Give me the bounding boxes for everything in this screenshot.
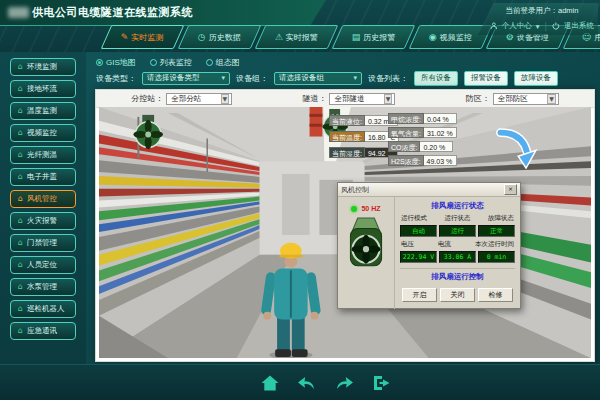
back-icon[interactable]	[297, 374, 317, 392]
tab-realtime-alarm[interactable]: ⚠实时报警	[255, 25, 339, 49]
power-icon	[552, 22, 560, 30]
fan-stop-button[interactable]: 关闭	[440, 288, 475, 302]
home-icon: ⌂	[18, 327, 23, 335]
dropdown-caret-icon: ▼	[547, 94, 556, 104]
home-icon: ⌂	[18, 283, 23, 291]
sidebar-item-ground-current[interactable]: ⌂接地环流	[10, 80, 76, 98]
sidebar-item-inspection-robot[interactable]: ⌂巡检机器人	[10, 300, 76, 318]
tab-video-monitor[interactable]: ◉视频监控	[409, 25, 493, 49]
home-icon: ⌂	[18, 107, 23, 115]
run-mode-display: 自动	[400, 225, 437, 237]
current-display: 33.06 A	[439, 251, 476, 263]
methane-metric: 甲烷浓度:0.04 %	[388, 113, 457, 124]
page-title: 供电公司电缆隧道在线监测系统	[32, 5, 193, 20]
fan-start-button[interactable]: 开启	[402, 288, 437, 302]
dropdown-caret-icon: ▼	[221, 94, 230, 104]
sidebar-item-temperature[interactable]: ⌂温度监测	[10, 102, 76, 120]
header: 供电公司电缆隧道在线监测系统 ✎实时监测 ◷历史数据 ⚠实时报警 ▤历史报警 ◉…	[0, 0, 600, 52]
radio-gis-map[interactable]: GIS地图	[96, 57, 136, 68]
voltage-display: 222.94 V	[400, 251, 437, 263]
fan-graphic-pane: 50 HZ	[338, 197, 395, 309]
sidebar-item-fiber-temp[interactable]: ⌂光纤测温	[10, 146, 76, 164]
device-type-select[interactable]: 请选择设备类型▾	[142, 72, 230, 85]
device-group-select[interactable]: 请选择设备组▾	[274, 72, 362, 85]
radio-dot	[96, 59, 103, 66]
divider	[400, 268, 515, 269]
dropdown-caret-icon: ▼	[384, 94, 393, 104]
home-icon: ⌂	[18, 63, 23, 71]
home-icon: ⌂	[18, 85, 23, 93]
run-state-label: 运行状态	[445, 214, 471, 223]
tab-realtime-monitor[interactable]: ✎实时监测	[101, 25, 185, 49]
all-devices-button[interactable]: 所有设备	[414, 71, 458, 86]
fan-maintain-button[interactable]: 检修	[478, 288, 513, 302]
station-filter-row: 分控站： 全部分站▼ 隧道： 全部隧道▼ 防区： 全部防区▼	[96, 90, 594, 108]
tab-label: 历史报警	[363, 32, 395, 43]
env-metrics-right: 甲烷浓度:0.04 % 氧气含量:31.02 % CO浓度:0.20 % H2S…	[388, 113, 457, 166]
home-icon: ⌂	[18, 217, 23, 225]
tab-history-alarm[interactable]: ▤历史报警	[332, 25, 416, 49]
runtime-label: 本次运行时间	[475, 240, 514, 249]
h2s-metric: H2S浓度:49.03 %	[388, 155, 457, 166]
close-icon[interactable]: ×	[504, 184, 517, 195]
fault-devices-button[interactable]: 故障设备	[514, 71, 558, 86]
radio-scada-view[interactable]: 组态图	[206, 57, 240, 68]
chevron-down-icon: ▾	[221, 74, 225, 82]
sidebar-item-video[interactable]: ⌂视频监控	[10, 124, 76, 142]
run-mode-label: 运行模式	[401, 214, 427, 223]
alarm-log-icon: ▤	[352, 33, 361, 42]
home-icon: ⌂	[18, 173, 23, 181]
title-banner: 供电公司电缆隧道在线监测系统	[0, 0, 326, 26]
home-icon: ⌂	[18, 305, 23, 313]
alarm-devices-button[interactable]: 报警设备	[464, 71, 508, 86]
home-icon: ⌂	[18, 195, 23, 203]
fan-running-indicator	[351, 206, 357, 212]
history-icon: ◷	[198, 33, 206, 42]
fan-status-header: 排风扇运行状态	[400, 201, 515, 211]
fan-icon	[345, 216, 387, 272]
home-icon[interactable]	[260, 374, 280, 392]
tab-history-data[interactable]: ◷历史数据	[178, 25, 262, 49]
device-group-label: 设备组：	[236, 73, 268, 84]
oxygen-metric: 氧气含量:31.02 %	[388, 127, 457, 138]
logout-link[interactable]: 退出系统	[564, 21, 594, 31]
forward-icon[interactable]	[334, 374, 354, 392]
sidebar-item-fan-control[interactable]: ⌂风机管控	[10, 190, 76, 208]
tab-label: 实时报警	[286, 32, 318, 43]
fan-control-dialog: 风机控制 × 50 HZ	[337, 182, 521, 309]
user-box: 当前登录用户：admin 个人中心 ▾ │ 退出系统	[478, 3, 598, 35]
home-icon: ⌂	[18, 151, 23, 159]
tunnel-select[interactable]: 全部隧道▼	[329, 93, 395, 105]
radio-dot	[150, 59, 157, 66]
device-list-label: 设备列表：	[368, 73, 408, 84]
sidebar-item-manhole-cover[interactable]: ⌂电子井盖	[10, 168, 76, 186]
sidebar-item-environment[interactable]: ⌂环境监测	[10, 58, 76, 76]
zone-select[interactable]: 全部防区▼	[493, 93, 559, 105]
sidebar-item-fire-alarm[interactable]: ⌂火灾报警	[10, 212, 76, 230]
view-mode-row: GIS地图 列表监控 组态图	[86, 55, 600, 69]
tab-label: 历史数据	[209, 32, 241, 43]
fan-status-pane: 排风扇运行状态 运行模式 运行状态 故障状态 自动 运行 正常 电压 电流 本次…	[395, 197, 520, 309]
sidebar-item-water-pump[interactable]: ⌂水泵管理	[10, 278, 76, 296]
fan-control-header: 排风扇运行控制	[400, 272, 515, 282]
profile-link[interactable]: 个人中心	[502, 21, 532, 31]
radio-list-monitor[interactable]: 列表监控	[150, 57, 192, 68]
home-icon: ⌂	[18, 239, 23, 247]
runtime-display: 0 min	[478, 251, 515, 263]
home-icon: ⌂	[18, 129, 23, 137]
dialog-titlebar: 风机控制 ×	[338, 183, 520, 197]
station-label: 分控站：	[131, 93, 163, 104]
sidebar-item-access-control[interactable]: ⌂门禁管理	[10, 234, 76, 252]
divider: │	[544, 22, 549, 31]
tunnel-label: 隧道：	[302, 93, 326, 104]
device-filter-row: 设备类型： 请选择设备类型▾ 设备组： 请选择设备组▾ 设备列表： 所有设备 报…	[86, 69, 600, 87]
sidebar: ⌂环境监测 ⌂接地环流 ⌂温度监测 ⌂视频监控 ⌂光纤测温 ⌂电子井盖 ⌂风机管…	[0, 52, 86, 364]
voltage-label: 电压	[401, 240, 414, 249]
station-select[interactable]: 全部分站▼	[166, 93, 232, 105]
exit-icon[interactable]	[371, 374, 391, 392]
sidebar-item-emergency-comm[interactable]: ⌂应急通讯	[10, 322, 76, 340]
sidebar-item-personnel-location[interactable]: ⌂人员定位	[10, 256, 76, 274]
app-root: 供电公司电缆隧道在线监测系统 ✎实时监测 ◷历史数据 ⚠实时报警 ▤历史报警 ◉…	[0, 0, 600, 400]
home-icon: ⌂	[18, 261, 23, 269]
fan-frequency-label: 50 HZ	[361, 205, 380, 212]
